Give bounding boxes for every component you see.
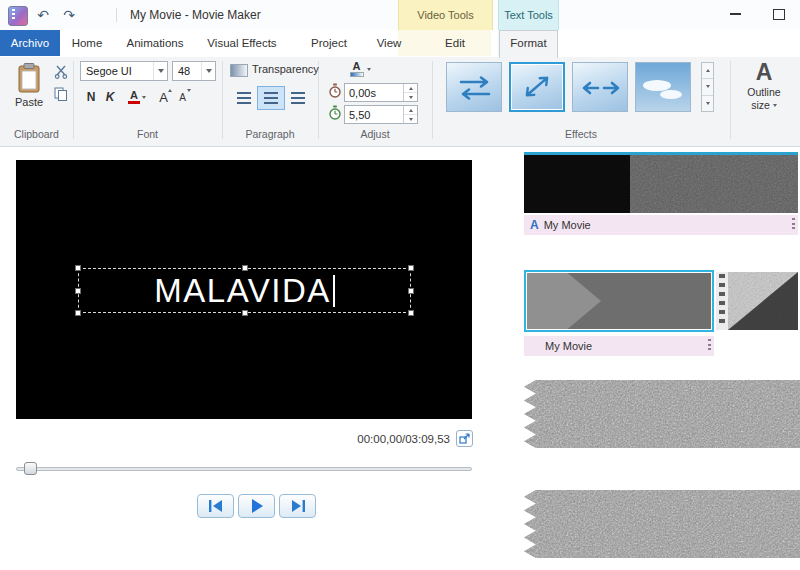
chevron-down-icon — [773, 104, 777, 107]
gallery-scroll-up[interactable] — [702, 63, 713, 78]
caption-item-label: My Movie — [544, 219, 591, 231]
font-family-value: Segoe UI — [81, 65, 153, 77]
fullscreen-button[interactable] — [456, 430, 473, 447]
effect-tile-sky[interactable] — [635, 62, 691, 112]
clipboard-icon — [17, 63, 41, 93]
transition-thumbnail[interactable] — [728, 272, 798, 330]
caption-selection-box[interactable]: MALAVIDA — [78, 268, 411, 313]
tab-edit[interactable]: Edit — [428, 30, 482, 56]
bold-button[interactable]: N — [82, 87, 100, 107]
timeline-clip-noise-1[interactable] — [524, 380, 800, 448]
font-group-label: Font — [73, 128, 222, 140]
video-preview[interactable]: MALAVIDA — [16, 160, 472, 419]
copy-button[interactable] — [52, 85, 70, 103]
resize-handle[interactable] — [75, 310, 81, 316]
gallery-more-button[interactable] — [702, 95, 713, 111]
resize-handle[interactable] — [75, 288, 81, 294]
outward-arrows-icon — [573, 63, 628, 112]
start-time-spinner[interactable] — [403, 84, 417, 101]
next-frame-button[interactable] — [279, 494, 316, 518]
horizontal-arrows-icon — [447, 63, 502, 112]
play-button[interactable] — [238, 494, 275, 518]
gallery-scroll-down[interactable] — [702, 78, 713, 94]
font-size-value: 48 — [173, 65, 201, 77]
shrink-font-button[interactable]: A — [174, 87, 191, 107]
caption-item-2[interactable]: My Movie — [524, 336, 714, 356]
previous-frame-button[interactable] — [197, 494, 234, 518]
caption-item-1[interactable]: A My Movie — [524, 215, 798, 235]
undo-button[interactable]: ↶ — [32, 4, 54, 26]
spin-up-icon[interactable] — [404, 106, 417, 115]
align-center-button[interactable] — [257, 86, 285, 110]
resize-handle[interactable] — [408, 288, 414, 294]
duration-spinner[interactable] — [403, 106, 417, 123]
font-family-select[interactable]: Segoe UI — [80, 61, 168, 81]
start-time-value: 0,00s — [345, 87, 403, 99]
next-frame-icon — [289, 499, 307, 513]
spin-up-icon[interactable] — [404, 84, 417, 93]
chevron-down-icon — [201, 62, 215, 80]
outline-color-button[interactable]: A Ou co — [791, 58, 800, 130]
spin-down-icon[interactable] — [404, 115, 417, 123]
start-time-input[interactable]: 0,00s — [344, 83, 418, 102]
start-time-clock-icon — [328, 83, 342, 98]
caption-text[interactable]: MALAVIDA — [154, 272, 330, 310]
ribbon-tab-row: Archivo Home Animations Visual Effects P… — [0, 30, 800, 58]
italic-button[interactable]: K — [101, 87, 119, 107]
outline-size-icon: A — [756, 58, 773, 86]
align-left-button[interactable] — [230, 86, 258, 110]
grow-font-button[interactable]: A — [155, 87, 172, 107]
font-size-select[interactable]: 48 — [172, 61, 216, 81]
timeline-clip-noise-2[interactable] — [524, 490, 800, 558]
effect-tile-selected[interactable] — [509, 62, 565, 112]
resize-handle[interactable] — [242, 265, 248, 271]
background-color-button[interactable]: A — [344, 59, 376, 79]
seek-bar[interactable] — [16, 467, 472, 471]
app-window: ↶ ↷ My Movie - Movie Maker Video Tools T… — [0, 0, 800, 570]
seek-thumb[interactable] — [24, 462, 37, 475]
caption-track-icon: A — [530, 218, 539, 232]
duration-input[interactable]: 5,50 — [344, 105, 418, 124]
maximize-button[interactable] — [762, 0, 796, 28]
effect-tile-scroll[interactable] — [446, 62, 502, 112]
drag-dots-icon — [708, 339, 711, 353]
adjust-group-label: Adjust — [318, 128, 432, 140]
cut-button[interactable] — [52, 63, 70, 81]
effect-tile-expand[interactable] — [572, 62, 628, 112]
outline-size-label-2: size — [751, 99, 770, 112]
copy-icon — [54, 87, 68, 101]
timeline-clip-selected[interactable] — [524, 270, 714, 332]
font-color-button[interactable]: A — [122, 87, 152, 107]
app-icon[interactable] — [8, 6, 28, 26]
font-color-swatch — [128, 101, 140, 104]
tab-format-active[interactable]: Format — [499, 30, 558, 58]
align-right-icon — [291, 92, 305, 104]
resize-handle[interactable] — [408, 265, 414, 271]
align-right-button[interactable] — [284, 86, 312, 110]
tab-visual-effects[interactable]: Visual Effects — [198, 30, 286, 56]
tab-archivo[interactable]: Archivo — [0, 30, 60, 56]
tab-project[interactable]: Project — [298, 30, 360, 56]
minimize-button[interactable] — [718, 0, 752, 28]
outline-size-button[interactable]: A Outline size — [737, 58, 791, 130]
resize-handle[interactable] — [242, 310, 248, 316]
ribbon: Paste Clipboard Segoe UI 48 N K — [0, 57, 800, 147]
window-title: My Movie - Movie Maker — [130, 0, 261, 30]
timeline-clip-title[interactable] — [524, 155, 630, 213]
paragraph-group-label: Paragraph — [222, 128, 318, 140]
resize-handle[interactable] — [75, 265, 81, 271]
noise-texture — [630, 155, 798, 213]
redo-button[interactable]: ↷ — [58, 4, 80, 26]
paste-button[interactable]: Paste — [8, 59, 50, 125]
play-icon — [249, 498, 265, 514]
spin-down-icon[interactable] — [404, 93, 417, 101]
tab-animations[interactable]: Animations — [116, 30, 194, 56]
tab-home[interactable]: Home — [62, 30, 112, 56]
timeline-clip-fade[interactable] — [630, 155, 798, 213]
tab-view[interactable]: View — [364, 30, 414, 56]
transparency-icon[interactable] — [230, 64, 248, 77]
resize-handle[interactable] — [408, 310, 414, 316]
transparency-label[interactable]: Transparency — [252, 61, 319, 77]
background-color-icon: A — [350, 61, 364, 77]
effects-gallery-scrollbar[interactable] — [701, 62, 714, 112]
